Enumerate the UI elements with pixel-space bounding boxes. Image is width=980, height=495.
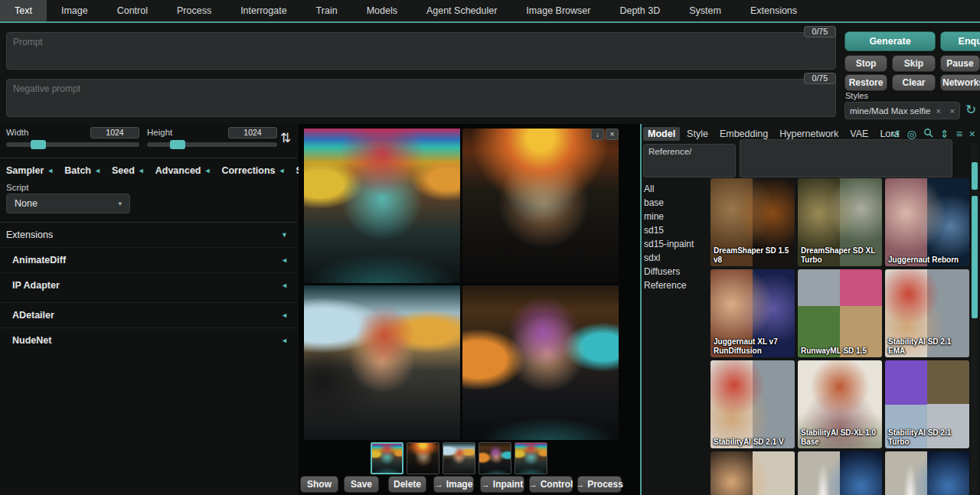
width-value[interactable]: 1024 xyxy=(90,127,139,138)
height-value[interactable]: 1024 xyxy=(228,127,277,138)
clear-styles-icon[interactable]: × xyxy=(950,106,955,116)
generated-image-2[interactable] xyxy=(462,129,619,283)
gallery-thumbnail-5[interactable] xyxy=(514,442,547,474)
model-card[interactable]: StabilityAI SD 2.1 V xyxy=(710,360,795,448)
scan-icon[interactable]: ◎ xyxy=(907,129,916,139)
restore-button[interactable]: Restore xyxy=(844,74,887,91)
accordion-seed[interactable]: Seed◄ xyxy=(112,165,145,176)
folder-sdxl[interactable]: sdxl xyxy=(644,251,709,265)
nav-tab-image-browser[interactable]: Image Browser xyxy=(511,0,605,21)
send-to-control-button[interactable]: →Control xyxy=(529,476,573,493)
model-card[interactable]: StabilityAI SD-XL 1.0 Base xyxy=(798,360,882,448)
extension-ip-adapter[interactable]: IP Adapter◄ xyxy=(0,272,297,298)
extension-adetailer[interactable]: ADetailer◄ xyxy=(0,302,297,327)
script-dropdown[interactable]: None ▾ xyxy=(6,194,130,213)
model-card[interactable] xyxy=(885,451,969,495)
folder-sd15-inpaint[interactable]: sd15-inpaint xyxy=(644,237,709,251)
width-slider-handle[interactable] xyxy=(31,140,46,149)
height-slider[interactable] xyxy=(147,142,277,147)
scrollbar-thumb[interactable] xyxy=(972,162,978,190)
gallery-thumbnail-4[interactable] xyxy=(479,442,511,474)
scrollbar-thumb[interactable] xyxy=(972,196,978,318)
tab-model[interactable]: Model xyxy=(643,127,680,141)
close-panel-icon[interactable]: × xyxy=(969,129,975,139)
model-card[interactable]: Juggernaut Reborn xyxy=(885,178,969,266)
nav-tab-depth-3d[interactable]: Depth 3D xyxy=(605,0,675,21)
nav-tab-system[interactable]: System xyxy=(675,0,736,21)
model-card[interactable]: DreamShaper SD XL Turbo xyxy=(798,178,882,266)
networks-search-input[interactable]: Reference/ xyxy=(643,144,736,177)
model-card[interactable] xyxy=(710,451,795,495)
prompt-input[interactable] xyxy=(6,32,836,70)
extension-animatediff[interactable]: AnimateDiff◄ xyxy=(0,247,297,272)
gallery-thumbnail-2[interactable] xyxy=(407,442,439,474)
model-description-box[interactable] xyxy=(740,139,952,177)
nav-tab-interrogate[interactable]: Interrogate xyxy=(226,0,301,21)
styles-tag: mine/Mad Max selfie xyxy=(850,106,930,116)
generated-image-1[interactable] xyxy=(304,129,460,283)
nav-tab-control[interactable]: Control xyxy=(103,0,162,21)
swap-dimensions-icon[interactable]: ⇅ xyxy=(280,130,291,146)
send-to-image-button[interactable]: →Image xyxy=(433,476,474,493)
accordion-advanced[interactable]: Advanced◄ xyxy=(155,165,211,176)
pause-button[interactable]: Pause xyxy=(940,55,980,72)
gallery-thumbnail-1[interactable] xyxy=(371,442,403,474)
model-card[interactable]: StabilityAI SD 2.1 EMA xyxy=(885,269,969,357)
clear-button[interactable]: Clear xyxy=(892,74,936,91)
folder-diffusers[interactable]: Diffusers xyxy=(644,265,709,278)
model-card[interactable]: RunwayML SD 1.5 xyxy=(798,269,882,357)
send-to-process-button[interactable]: →Process xyxy=(577,476,622,493)
remove-style-icon[interactable]: × xyxy=(936,106,940,116)
generated-image-4[interactable] xyxy=(462,285,619,440)
refresh-icon[interactable]: ↺ xyxy=(891,129,900,139)
accordion-corrections[interactable]: Corrections◄ xyxy=(221,165,285,176)
accordion-sampler[interactable]: Sampler◄ xyxy=(6,165,54,176)
nav-tab-extensions[interactable]: Extensions xyxy=(736,0,812,21)
folder-all[interactable]: All xyxy=(644,182,709,196)
gallery-thumbnail-3[interactable] xyxy=(443,442,475,474)
styles-label: Styles xyxy=(845,91,868,100)
generate-button[interactable]: Generate xyxy=(844,31,936,51)
nav-tab-process[interactable]: Process xyxy=(162,0,226,21)
scrollbar[interactable] xyxy=(971,142,978,495)
folder-sd15[interactable]: sd15 xyxy=(644,223,709,237)
networks-button[interactable]: Networks xyxy=(940,74,980,91)
nav-tab-models[interactable]: Models xyxy=(352,0,412,21)
accordion-batch[interactable]: Batch◄ xyxy=(64,165,101,176)
extensions-header[interactable]: Extensions ▼ xyxy=(0,223,297,247)
nav-tab-image[interactable]: Image xyxy=(47,0,103,21)
nav-tab-train[interactable]: Train xyxy=(302,0,352,21)
folder-mine[interactable]: mine xyxy=(644,210,709,223)
folder-base[interactable]: base xyxy=(644,196,709,210)
model-card[interactable] xyxy=(798,451,882,495)
negative-prompt-input[interactable] xyxy=(6,79,836,117)
show-button[interactable]: Show xyxy=(300,476,338,493)
folder-reference[interactable]: Reference xyxy=(644,278,709,292)
send-to-inpaint-button[interactable]: →Inpaint xyxy=(480,476,524,493)
width-slider[interactable] xyxy=(6,142,139,147)
close-image-icon[interactable]: × xyxy=(606,129,619,140)
generated-image-3[interactable] xyxy=(304,285,460,440)
nav-tab-agent-scheduler[interactable]: Agent Scheduler xyxy=(412,0,511,21)
extension-nudenet[interactable]: NudeNet◄ xyxy=(0,327,297,353)
model-card[interactable]: DreamShaper SD 1.5 v8 xyxy=(710,178,795,266)
tab-style[interactable]: Style xyxy=(682,127,713,141)
nav-tab-text[interactable]: Text xyxy=(0,0,47,21)
stop-button[interactable]: Stop xyxy=(844,55,887,72)
styles-select[interactable]: mine/Mad Max selfie × × xyxy=(844,102,960,119)
save-button[interactable]: Save xyxy=(344,476,379,493)
search-icon[interactable] xyxy=(923,128,933,139)
height-slider-handle[interactable] xyxy=(170,140,185,149)
skip-button[interactable]: Skip xyxy=(892,55,936,72)
collapse-icon: ◄ xyxy=(281,256,288,264)
enqueue-button[interactable]: Enqueue xyxy=(940,31,980,51)
model-card[interactable]: StabilityAI SD 2.1 Turbo xyxy=(885,360,969,448)
refresh-styles-icon[interactable]: ↻ xyxy=(965,102,976,118)
download-image-icon[interactable]: ↓ xyxy=(591,129,604,140)
delete-button[interactable]: Delete xyxy=(388,476,426,493)
model-card[interactable]: Juggernaut XL v7 RunDiffusion xyxy=(710,269,795,357)
gallery-thumbnails xyxy=(371,442,547,474)
view-options-icon[interactable]: ≡ xyxy=(956,129,962,139)
sort-icon[interactable]: ⇕ xyxy=(940,129,949,139)
generation-controls: Width 1024 Height 1024 ⇅ Sampler◄ Batch◄… xyxy=(0,124,299,495)
